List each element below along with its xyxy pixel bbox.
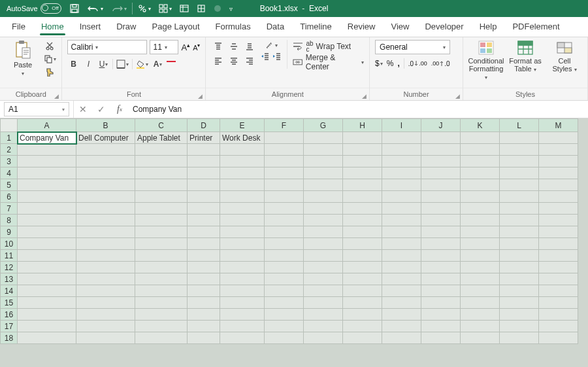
cell[interactable] — [304, 297, 343, 309]
align-center-icon[interactable] — [227, 54, 241, 67]
row-header[interactable]: 17 — [1, 321, 18, 332]
cell[interactable] — [188, 215, 220, 226]
cell[interactable] — [265, 250, 304, 262]
conditional-formatting-button[interactable]: Conditional Formatting ▾ — [468, 40, 504, 82]
decrease-font-icon[interactable]: A▾ — [193, 43, 200, 52]
cell[interactable] — [382, 332, 421, 344]
dialog-launcher-icon[interactable]: ◢ — [362, 90, 367, 102]
cell[interactable] — [461, 285, 500, 297]
cell[interactable] — [135, 144, 188, 156]
cell[interactable] — [500, 321, 539, 332]
cell[interactable] — [500, 250, 539, 262]
fx-icon[interactable]: fx — [110, 104, 129, 114]
cell[interactable] — [343, 332, 382, 344]
cell[interactable]: Company Van — [18, 132, 76, 144]
cell[interactable] — [500, 309, 539, 321]
cell[interactable] — [461, 179, 500, 191]
cell[interactable] — [135, 321, 188, 332]
cell[interactable] — [220, 285, 265, 297]
tab-developer[interactable]: Developer — [417, 17, 471, 37]
cell[interactable] — [461, 321, 500, 332]
cell[interactable] — [382, 238, 421, 250]
cell[interactable] — [18, 156, 76, 167]
cell[interactable] — [135, 179, 188, 191]
cell[interactable] — [76, 285, 135, 297]
cell[interactable] — [188, 156, 220, 167]
cell[interactable] — [135, 332, 188, 344]
qat-icon-5[interactable] — [211, 2, 224, 15]
cell[interactable]: Dell Computer — [76, 132, 135, 144]
cell[interactable] — [500, 132, 539, 144]
cell[interactable] — [76, 144, 135, 156]
cell[interactable] — [18, 332, 76, 344]
cell[interactable] — [135, 262, 188, 273]
decrease-decimal-icon[interactable]: .00.0 — [431, 60, 450, 67]
cell[interactable] — [421, 203, 461, 215]
cell[interactable] — [343, 250, 382, 262]
column-header[interactable]: E — [220, 119, 265, 132]
cell[interactable] — [188, 309, 220, 321]
cell[interactable] — [461, 203, 500, 215]
cell[interactable] — [461, 156, 500, 167]
cell[interactable] — [421, 238, 461, 250]
cell[interactable] — [539, 144, 578, 156]
cell[interactable] — [135, 215, 188, 226]
cell[interactable] — [265, 144, 304, 156]
cell[interactable] — [421, 309, 461, 321]
align-middle-icon[interactable] — [227, 40, 241, 53]
decrease-indent-icon[interactable] — [261, 52, 270, 61]
cell[interactable] — [539, 285, 578, 297]
tab-draw[interactable]: Draw — [108, 17, 144, 37]
cell[interactable] — [343, 321, 382, 332]
formula-input[interactable]: Company Van — [129, 105, 182, 114]
cell[interactable] — [304, 238, 343, 250]
cell[interactable] — [76, 297, 135, 309]
cell[interactable] — [188, 273, 220, 285]
qat-icon-3[interactable] — [177, 2, 191, 15]
row-header[interactable]: 9 — [1, 226, 18, 238]
cell[interactable] — [539, 297, 578, 309]
cell[interactable] — [18, 285, 76, 297]
enter-formula-icon[interactable]: ✓ — [92, 104, 110, 114]
cell[interactable] — [461, 215, 500, 226]
row-header[interactable]: 18 — [1, 332, 18, 344]
cell[interactable] — [188, 321, 220, 332]
cell[interactable] — [461, 332, 500, 344]
cell[interactable] — [265, 321, 304, 332]
cell[interactable] — [382, 215, 421, 226]
cell[interactable] — [188, 250, 220, 262]
cell[interactable] — [18, 273, 76, 285]
cell[interactable] — [188, 285, 220, 297]
cell[interactable] — [304, 167, 343, 179]
comma-format-icon[interactable]: , — [397, 59, 399, 68]
tab-view[interactable]: View — [383, 17, 417, 37]
cell[interactable] — [220, 238, 265, 250]
qat-icon-4[interactable] — [194, 2, 208, 15]
cell[interactable] — [220, 156, 265, 167]
cell[interactable]: Apple Tablet — [135, 132, 188, 144]
cell[interactable] — [421, 332, 461, 344]
cell[interactable] — [304, 132, 343, 144]
cell[interactable] — [500, 144, 539, 156]
tab-data[interactable]: Data — [259, 17, 292, 37]
cell[interactable] — [539, 203, 578, 215]
cell[interactable] — [76, 250, 135, 262]
cell[interactable] — [382, 132, 421, 144]
font-name-select[interactable]: Calibri▾ — [67, 40, 147, 54]
cell[interactable] — [382, 273, 421, 285]
row-header[interactable]: 12 — [1, 262, 18, 273]
cell[interactable] — [421, 215, 461, 226]
cell[interactable] — [135, 285, 188, 297]
paste-button[interactable]: Paste▾ — [5, 40, 41, 78]
underline-button[interactable]: U▾ — [97, 58, 109, 70]
cell[interactable] — [461, 309, 500, 321]
cell[interactable] — [539, 250, 578, 262]
cell[interactable] — [343, 215, 382, 226]
cell[interactable] — [220, 167, 265, 179]
row-header[interactable]: 16 — [1, 309, 18, 321]
dialog-launcher-icon[interactable]: ◢ — [198, 90, 203, 102]
cell[interactable] — [343, 285, 382, 297]
cell[interactable] — [76, 226, 135, 238]
cell-styles-button[interactable]: Cell Styles ▾ — [547, 40, 582, 74]
cell[interactable] — [76, 156, 135, 167]
